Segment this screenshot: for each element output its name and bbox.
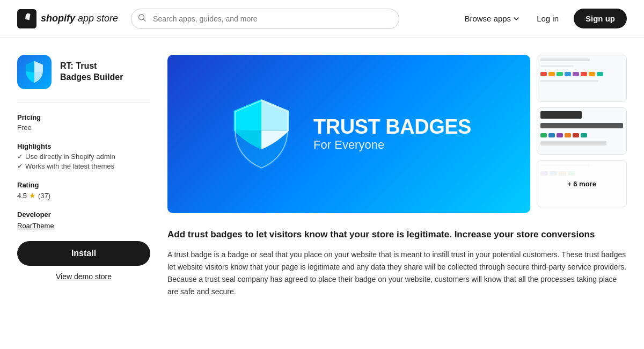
browse-apps-label: Browse apps <box>464 14 511 23</box>
highlights-section: Highlights ✓ Use directly in Shopify adm… <box>17 142 150 170</box>
description-heading: Add trust badges to let visitors know th… <box>167 228 627 241</box>
app-header-block: RT: Trust Badges Builder <box>17 55 150 89</box>
login-button[interactable]: Log in <box>535 10 561 27</box>
highlight-text-1: Use directly in Shopify admin <box>25 152 115 161</box>
shopify-logo-icon <box>17 9 36 28</box>
pricing-value: Free <box>17 123 150 132</box>
content-area: TRUST BADGES For Everyone <box>167 55 627 298</box>
chevron-down-icon <box>513 16 519 22</box>
thumbnail-3-more[interactable]: + 6 more <box>537 160 627 207</box>
signup-button[interactable]: Sign up <box>574 9 627 28</box>
rating-value: 4.5 <box>17 192 27 200</box>
svg-line-2 <box>144 19 146 21</box>
app-title: RT: Trust Badges Builder <box>60 61 123 83</box>
thumbnail-inner-2 <box>537 108 626 154</box>
main-screenshot-text: TRUST BADGES For Everyone <box>313 116 471 152</box>
check-icon-1: ✓ <box>17 152 23 161</box>
thumbnail-inner-1 <box>537 55 626 101</box>
rating-section: Rating 4.5 ★ (37) <box>17 181 150 200</box>
main-screenshot-title-line2: For Everyone <box>313 138 471 152</box>
demo-store-link[interactable]: View demo store <box>17 272 150 281</box>
sidebar-divider <box>17 102 150 103</box>
developer-label: Developer <box>17 210 150 219</box>
developer-link[interactable]: RoarTheme <box>17 222 54 230</box>
header-nav: Browse apps Log in Sign up <box>462 9 627 28</box>
main-screenshot-inner: TRUST BADGES For Everyone <box>205 97 493 172</box>
highlight-item-1: ✓ Use directly in Shopify admin <box>17 152 150 161</box>
more-photos-overlay: + 6 more <box>537 161 626 207</box>
thumbnails-column: + 6 more <box>537 55 627 207</box>
app-title-block: RT: Trust Badges Builder <box>60 61 123 83</box>
app-icon <box>17 55 52 89</box>
highlights-label: Highlights <box>17 142 150 150</box>
check-icon-2: ✓ <box>17 162 23 170</box>
logo[interactable]: shopify app store <box>17 9 118 28</box>
search-bar <box>131 9 399 29</box>
app-description: Add trust badges to let visitors know th… <box>167 228 627 298</box>
rating-count: (37) <box>38 192 50 200</box>
install-button[interactable]: Install <box>17 241 150 266</box>
app-title-line1: RT: Trust <box>60 61 97 70</box>
main-screenshot[interactable]: TRUST BADGES For Everyone <box>167 55 530 213</box>
pricing-label: Pricing <box>17 113 150 121</box>
main-screenshot-title-line1: TRUST BADGES <box>313 116 471 139</box>
description-body: A trust badge is a badge or seal that yo… <box>167 249 627 298</box>
thumbnail-1[interactable] <box>537 55 627 102</box>
pricing-section: Pricing Free <box>17 113 150 132</box>
highlight-item-2: ✓ Works with the latest themes <box>17 162 150 170</box>
sidebar: RT: Trust Badges Builder Pricing Free Hi… <box>17 55 167 298</box>
app-shield-icon <box>23 60 46 84</box>
rating-label: Rating <box>17 181 150 189</box>
thumbnail-2[interactable] <box>537 107 627 155</box>
star-icon: ★ <box>29 191 36 200</box>
screenshots-row: TRUST BADGES For Everyone <box>167 55 627 213</box>
search-icon <box>138 13 146 24</box>
main-content: RT: Trust Badges Builder Pricing Free Hi… <box>0 38 644 315</box>
highlight-text-2: Works with the latest themes <box>25 162 114 170</box>
logo-text: shopify app store <box>41 13 118 24</box>
search-input[interactable] <box>131 9 399 29</box>
rating-row: 4.5 ★ (37) <box>17 191 150 200</box>
header: shopify app store Browse apps Log in Sig… <box>0 0 644 38</box>
developer-section: Developer RoarTheme <box>17 210 150 230</box>
more-photos-label: + 6 more <box>567 180 596 188</box>
browse-apps-button[interactable]: Browse apps <box>462 10 522 27</box>
trust-badge-shield-graphic <box>226 97 296 172</box>
app-title-line2: Badges Builder <box>60 72 123 82</box>
